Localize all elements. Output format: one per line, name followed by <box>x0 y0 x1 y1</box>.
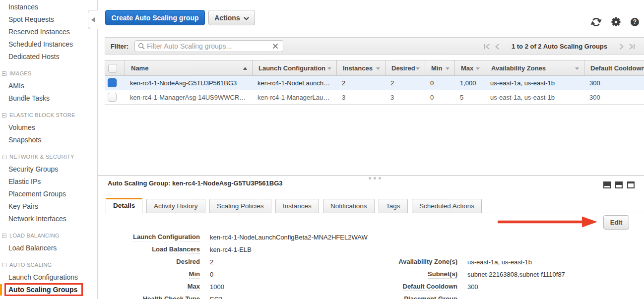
sidebar-item-label: Key Pairs <box>8 202 38 210</box>
actions-button-label: Actions <box>214 14 240 22</box>
column-header-name[interactable]: Name <box>125 60 252 75</box>
refresh-icon[interactable] <box>590 17 602 29</box>
table-header: NameLaunch ConfigurationInstancesDesired… <box>105 60 644 76</box>
tab-tags[interactable]: Tags <box>379 199 408 213</box>
sidebar-item-label: Dedicated Hosts <box>8 53 60 60</box>
sidebar-item-placement-groups[interactable]: Placement Groups <box>0 188 97 200</box>
field-value: ken-rc4-1-ELB <box>210 246 252 253</box>
chevron-down-icon <box>244 17 249 21</box>
sort-dropdown-icon[interactable] <box>446 67 450 70</box>
field-value: ken-rc4-1-NodeLaunchConfigBeta2-MNA2HFEL… <box>210 234 368 241</box>
sidebar-item-reserved-instances[interactable]: Reserved Instances <box>0 26 97 38</box>
sidebar-item-elastic-ips[interactable]: Elastic IPs <box>0 176 97 188</box>
sort-dropdown-icon[interactable] <box>416 67 420 70</box>
column-header-instances[interactable]: Instances <box>336 60 385 75</box>
detail-field-row: Availability Zone(s)us-east-1a, us-east-… <box>0 256 644 268</box>
sidebar-item-instances[interactable]: Instances <box>0 1 97 13</box>
row-checkbox[interactable] <box>108 78 117 87</box>
column-label: Min <box>431 64 442 72</box>
field-value: us-east-1a, us-east-1b <box>467 258 532 266</box>
previous-page-icon[interactable] <box>495 44 500 50</box>
sidebar-item-amis[interactable]: AMIs <box>0 80 97 92</box>
detail-field-row: Load Balancersken-rc4-1-ELB <box>0 243 644 256</box>
sort-dropdown-icon[interactable] <box>327 67 331 70</box>
ec2-console-page: InstancesSpot RequestsReserved Instances… <box>0 0 644 299</box>
help-icon[interactable]: ? <box>631 18 639 26</box>
column-header-default-cooldown[interactable]: Default Cooldown <box>584 60 644 75</box>
sidebar-item-spot-requests[interactable]: Spot Requests <box>0 13 97 26</box>
tab-activity-history[interactable]: Activity History <box>146 199 205 213</box>
tab-details[interactable]: Details <box>106 198 142 214</box>
detail-field-row: Default Cooldown300 <box>0 281 644 293</box>
field-value: subnet-22163808,subnet-f1110f87 <box>467 271 565 278</box>
next-page-icon[interactable] <box>619 44 624 50</box>
select-all-checkbox[interactable] <box>108 64 117 73</box>
actions-button[interactable]: Actions <box>208 10 255 25</box>
tab-label: Tags <box>386 202 400 210</box>
sidebar-item-label: Placement Groups <box>8 190 66 198</box>
field-value: 300 <box>467 283 478 291</box>
pagination: 1 to 2 of 2 Auto Scaling Groups <box>484 38 635 55</box>
tab-notifications[interactable]: Notifications <box>323 199 375 213</box>
tab-scaling-policies[interactable]: Scaling Policies <box>209 199 271 213</box>
cell-availability-zones: us-east-1a, us-east-1b <box>490 94 555 101</box>
sidebar-collapse-handle[interactable] <box>88 10 98 29</box>
sidebar-item-bundle-tasks[interactable]: Bundle Tasks <box>0 92 97 105</box>
sidebar-section-elastic-block-store[interactable]: ELASTIC BLOCK STORE <box>0 105 97 121</box>
sidebar-section-images[interactable]: IMAGES <box>0 63 97 80</box>
cell-instances: 2 <box>342 79 345 87</box>
column-label: Max <box>461 64 473 72</box>
sidebar-section-label: ELASTIC BLOCK STORE <box>9 112 75 118</box>
last-page-icon[interactable] <box>629 44 635 50</box>
sidebar-item-label: Spot Requests <box>8 15 54 23</box>
layout-small-pane-icon[interactable] <box>603 181 611 188</box>
column-header-availability-zones[interactable]: Availability Zones <box>485 60 584 75</box>
table-body: ken-rc4-1-NodeAsg-G5TU3P561BG3ken-rc4-1-… <box>105 76 644 105</box>
column-header-min[interactable]: Min <box>425 60 454 75</box>
gear-icon[interactable] <box>611 17 620 26</box>
row-checkbox[interactable] <box>108 93 117 102</box>
table-row[interactable]: ken-rc4-1-ManagerAsg-14US9WWCR…ken-rc4-1… <box>105 90 644 105</box>
sidebar-item-volumes[interactable]: Volumes <box>0 121 97 134</box>
detail-field-row: Placement Group <box>0 293 644 299</box>
sidebar-item-snapshots[interactable]: Snapshots <box>0 134 97 146</box>
tab-label: Scheduled Actions <box>419 202 474 210</box>
tab-label: Activity History <box>154 202 198 210</box>
filter-input[interactable] <box>147 41 266 51</box>
dot <box>369 177 371 179</box>
filter-toolbar: Filter: 1 to 2 of 2 Auto Scaling Groups <box>105 37 644 55</box>
edit-button[interactable]: Edit <box>603 215 629 230</box>
tab-scheduled-actions[interactable]: Scheduled Actions <box>412 199 482 213</box>
column-header-desired[interactable]: Desired <box>385 60 425 75</box>
sidebar-section-network-security[interactable]: NETWORK & SECURITY <box>0 146 97 163</box>
cell-min: 0 <box>430 94 434 101</box>
sidebar-item-label: Volumes <box>8 123 35 131</box>
sort-dropdown-icon[interactable] <box>476 67 480 70</box>
sidebar-item-security-groups[interactable]: Security Groups <box>0 163 97 176</box>
collapse-minus-icon[interactable] <box>2 155 6 159</box>
sidebar-item-network-interfaces[interactable]: Network Interfaces <box>0 213 97 225</box>
pagination-text: 1 to 2 of 2 Auto Scaling Groups <box>512 43 607 50</box>
column-label: Default Cooldown <box>590 64 644 72</box>
sidebar-item-scheduled-instances[interactable]: Scheduled Instances <box>0 38 97 51</box>
column-header-launch-configuration[interactable]: Launch Configuration <box>252 60 336 75</box>
column-header-max[interactable]: Max <box>454 60 485 75</box>
sort-dropdown-icon[interactable] <box>376 67 380 70</box>
column-label: Availability Zones <box>491 64 546 72</box>
sidebar-item-key-pairs[interactable]: Key Pairs <box>0 200 97 213</box>
layout-large-pane-icon[interactable] <box>627 181 635 188</box>
table-row[interactable]: ken-rc4-1-NodeAsg-G5TU3P561BG3ken-rc4-1-… <box>105 76 644 90</box>
detail-tabs: DetailsActivity HistoryScaling PoliciesI… <box>105 198 644 213</box>
cell-name: ken-rc4-1-ManagerAsg-14US9WWCR… <box>130 94 246 101</box>
layout-half-pane-icon[interactable] <box>615 181 623 188</box>
first-page-icon[interactable] <box>484 44 490 50</box>
collapse-minus-icon[interactable] <box>2 113 6 118</box>
tab-label: Notifications <box>330 202 367 210</box>
clear-search-icon[interactable] <box>272 43 278 49</box>
sidebar-item-dedicated-hosts[interactable]: Dedicated Hosts <box>0 51 97 63</box>
sidebar-item-label: Network Interfaces <box>8 215 66 223</box>
collapse-minus-icon[interactable] <box>2 71 6 76</box>
create-auto-scaling-group-button[interactable]: Create Auto Scaling group <box>105 10 205 25</box>
sort-dropdown-icon[interactable] <box>575 67 579 70</box>
tab-instances[interactable]: Instances <box>275 199 319 213</box>
